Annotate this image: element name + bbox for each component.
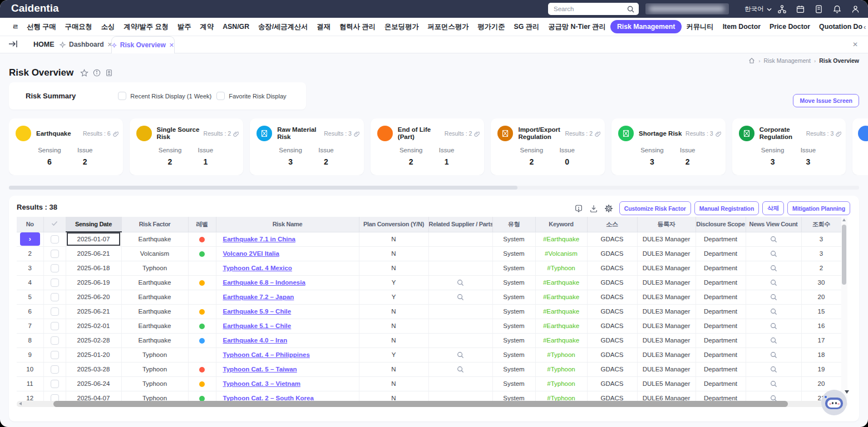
home-icon[interactable] — [748, 57, 755, 64]
risk-card-import-export-regulation[interactable]: Import/Export RegulationResults : 2 Sens… — [491, 118, 605, 175]
org-chart-icon[interactable] — [777, 2, 787, 16]
related-supplier-search-icon[interactable] — [457, 365, 464, 372]
menu-item-risk-management[interactable]: Risk Management — [610, 20, 682, 33]
table-row[interactable]: 22025-06-21VolcanismVolcano 2VEI ItaliaN… — [17, 246, 841, 261]
column-header-소스[interactable]: 소스 — [587, 217, 637, 232]
related-supplier-search-icon[interactable] — [457, 279, 464, 285]
tab-risk-overview[interactable]: Risk Overview ✕ — [111, 36, 175, 53]
sensing-count[interactable]: 6 — [32, 157, 67, 166]
breadcrumb-risk-management[interactable]: Risk Management — [763, 57, 811, 64]
row-checkbox[interactable] — [51, 322, 59, 330]
menu-item-발주[interactable]: 발주 — [173, 20, 196, 34]
news-view-search-icon[interactable] — [770, 351, 777, 358]
column-header-Risk Factor[interactable]: Risk Factor — [121, 217, 188, 232]
issue-count[interactable]: 0 — [549, 157, 585, 166]
issue-count[interactable]: 2 — [308, 157, 344, 166]
cell-checkbox[interactable] — [43, 333, 66, 347]
table-vertical-scrollbar[interactable] — [841, 217, 847, 401]
menu-item-quotation-do[interactable]: Quotation Do — [815, 21, 862, 33]
horizontal-scrollbar-thumb[interactable] — [53, 401, 788, 407]
table-row[interactable]: 112025-06-24TyphoonTyphoon Cat. 3 – Viet… — [17, 376, 841, 391]
menu-item-sg-관리[interactable]: SG 관리 — [509, 20, 544, 34]
news-view-search-icon[interactable] — [770, 322, 777, 329]
issue-count[interactable]: 2 — [67, 157, 103, 166]
risk-card-results[interactable]: Results : 3 — [685, 130, 721, 137]
expand-row-button[interactable]: › — [20, 232, 40, 246]
cell-checkbox[interactable] — [43, 319, 66, 333]
notes-icon[interactable] — [813, 2, 823, 16]
risk-card-results[interactable]: Results : 2 — [565, 130, 600, 137]
row-checkbox[interactable] — [51, 250, 59, 258]
menu-item-price-doctor[interactable]: Price Doctor — [765, 21, 815, 33]
menu-item-공급망-n-tier-관리[interactable]: 공급망 N-Tier 관리 — [544, 20, 610, 34]
related-supplier-search-icon[interactable] — [457, 293, 464, 300]
user-profile-icon[interactable] — [850, 2, 860, 16]
menu-item-계약[interactable]: 계약 — [196, 20, 219, 34]
menu-item-온보딩평가[interactable]: 온보딩평가 — [380, 20, 423, 34]
cards-scrollbar-thumb[interactable] — [9, 186, 517, 190]
column-header-Risk Name[interactable]: Risk Name — [216, 217, 359, 232]
risk-card-earthquake[interactable]: EarthquakeResults : 6 Sensing6Issue2 — [9, 118, 123, 175]
column-header-Plan Conversion (Y/N)[interactable]: Plan Conversion (Y/N) — [359, 217, 428, 232]
move-issue-screen-button[interactable]: Move Issue Screen — [793, 94, 859, 107]
menu-item-평가기준[interactable]: 평가기준 — [473, 20, 509, 34]
menu-item-커뮤니티[interactable]: 커뮤니티 — [682, 20, 718, 34]
sensing-count[interactable]: 2 — [393, 157, 429, 166]
customize-risk-factor-button[interactable]: Customize Risk Factor — [619, 201, 691, 215]
cell-checkbox[interactable] — [43, 275, 66, 290]
news-view-search-icon[interactable] — [770, 279, 777, 285]
cell-checkbox[interactable] — [43, 347, 66, 362]
column-header-조회수[interactable]: 조회수 — [801, 217, 841, 232]
row-checkbox[interactable] — [51, 351, 59, 359]
row-checkbox[interactable] — [51, 336, 59, 345]
feedback-icon[interactable] — [574, 204, 583, 213]
mitigation-planning-button[interactable]: Mitigation Planning — [787, 201, 850, 215]
risk-card-single-source-risk[interactable]: Single Source RiskResults : 2 Sensing2Is… — [130, 118, 244, 175]
row-checkbox[interactable] — [51, 279, 59, 287]
issue-count[interactable]: 3 — [790, 157, 826, 166]
row-checkbox[interactable] — [51, 235, 59, 244]
favorite-risk-checkbox[interactable]: Favorite Risk Display — [216, 92, 286, 100]
manual-registration-button[interactable]: Manual Registration — [694, 201, 759, 215]
tabbar-close-icon[interactable]: ✕ — [852, 41, 858, 48]
risk-name-link[interactable]: Earthquake 4.0 – Iran — [223, 337, 288, 344]
issue-count[interactable]: 1 — [188, 157, 223, 166]
row-checkbox[interactable] — [51, 380, 59, 388]
news-view-search-icon[interactable] — [770, 307, 777, 314]
menu-item-송장-세금계산서[interactable]: 송장/세금계산서 — [254, 20, 313, 34]
menu-item-선행-구매[interactable]: 선행 구매 — [22, 20, 61, 34]
tab-close-icon[interactable]: ✕ — [169, 42, 174, 49]
cell-checkbox[interactable] — [43, 376, 66, 391]
row-checkbox[interactable] — [51, 365, 59, 374]
menu-item-계약-발주-요청[interactable]: 계약/발주 요청 — [119, 20, 173, 34]
menu-item-소싱[interactable]: 소싱 — [97, 20, 120, 34]
column-header-Related Supplier / Parts[interactable]: Related Supplier / Parts — [428, 217, 492, 232]
column-header-News View Count[interactable]: News View Count — [746, 217, 801, 232]
risk-card-results[interactable]: Results : 2 — [204, 130, 239, 137]
risk-name-link[interactable]: Earthquake 7.1 in China — [223, 236, 295, 242]
scroll-up-arrow[interactable] — [842, 219, 846, 221]
risk-name-link[interactable]: Typhoon Cat. 3 – Vietnam — [223, 380, 301, 387]
risk-card-results[interactable]: Results : 3 — [324, 130, 359, 137]
menu-item-퍼포먼스평가[interactable]: 퍼포먼스평가 — [423, 20, 474, 34]
column-header-유형[interactable]: 유형 — [492, 217, 535, 232]
info-icon[interactable] — [93, 69, 101, 77]
cell-checkbox[interactable] — [43, 362, 66, 376]
cell-checkbox[interactable] — [43, 290, 66, 304]
risk-card-results[interactable]: Results : 3 — [806, 130, 842, 137]
menu-item-구매요청[interactable]: 구매요청 — [61, 20, 97, 34]
issue-count[interactable]: 2 — [670, 157, 706, 166]
sensing-count[interactable]: 2 — [152, 157, 188, 166]
column-header-Sensing Date[interactable]: Sensing Date — [66, 217, 121, 232]
news-view-search-icon[interactable] — [770, 336, 777, 343]
news-view-search-icon[interactable] — [770, 365, 777, 372]
news-view-search-icon[interactable] — [770, 264, 777, 271]
risk-name-link[interactable]: Earthquake 6.8 – Indonesia — [223, 279, 305, 286]
collapse-sidebar-icon[interactable] — [9, 40, 18, 48]
scroll-left-arrow[interactable] — [19, 402, 22, 405]
cell-checkbox[interactable] — [43, 304, 66, 319]
news-view-search-icon[interactable] — [770, 250, 777, 256]
news-view-search-icon[interactable] — [770, 293, 777, 300]
risk-card-results[interactable]: Results : 2 — [445, 130, 480, 137]
cell-checkbox[interactable] — [43, 232, 66, 246]
